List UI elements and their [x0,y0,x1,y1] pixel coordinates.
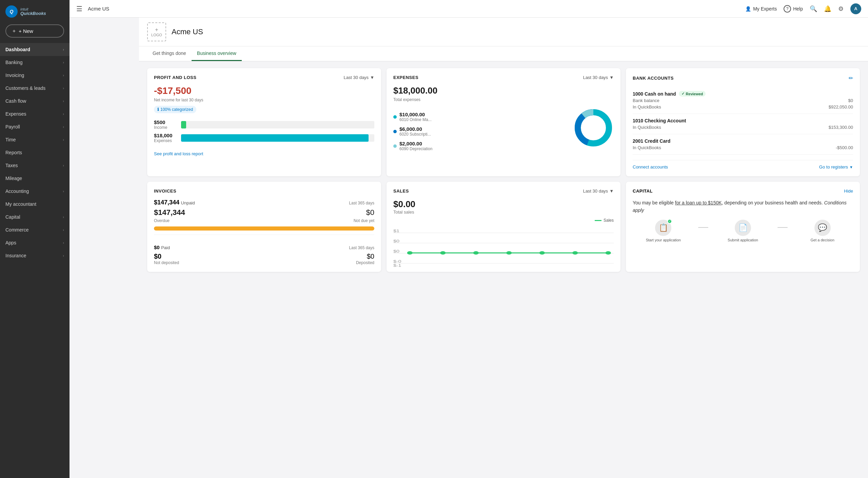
sales-period-selector[interactable]: Last 30 days ▼ [583,188,614,194]
income-bar-row: $500 Income [154,119,374,130]
new-button-label: + New [19,28,33,34]
bank-account-credit: 2001 Credit Card In QuickBooks -$500.00 [633,134,853,155]
bank-account-cash: 1000 Cash on hand ✓ Reviewed Bank balanc… [633,87,853,114]
notifications-icon[interactable]: 🔔 [824,5,831,13]
chevron-down-registers-icon: ▼ [849,165,853,169]
sidebar-item-commerce[interactable]: Commerce › [0,223,70,236]
sidebar-label-reports: Reports [5,150,22,155]
sidebar-item-accounting[interactable]: Accounting › [0,185,70,198]
sidebar-label-cash-flow: Cash flow [5,98,26,104]
help-icon: ? [784,5,791,13]
avatar[interactable]: A [850,3,861,14]
sales-card: SALES Last 30 days ▼ $0.00 Total sales S… [387,182,620,272]
sidebar-label-payroll: Payroll [5,124,20,130]
invoice-paid-row: $0 Paid Last 365 days [154,244,374,251]
invoice-overdue-amounts: $147,344 $0 [154,208,374,217]
expense-category-2: 6020 Subscripti... [399,132,431,137]
sidebar-label-apps: Apps [5,240,16,245]
sidebar-item-taxes[interactable]: Taxes › [0,159,70,172]
expenses-label-pl: Expenses [154,138,178,143]
sidebar-item-customers-leads[interactable]: Customers & leads › [0,82,70,95]
qb-balance-row-credit: In QuickBooks -$500.00 [633,145,853,150]
expenses-card: EXPENSES Last 30 days ▼ $18,000.00 Total… [387,68,620,176]
sidebar-label-time: Time [5,137,16,142]
go-to-registers-link[interactable]: Go to registers ▼ [819,164,853,170]
sales-legend-line [595,220,601,221]
chevron-icon-cash-flow: › [63,99,64,103]
chevron-icon-payroll: › [63,125,64,129]
sidebar-item-apps[interactable]: Apps › [0,236,70,249]
sidebar-item-payroll[interactable]: Payroll › [0,120,70,133]
sidebar-label-dashboard: Dashboard [5,47,30,52]
sidebar-item-dashboard[interactable]: Dashboard › [0,43,70,56]
cards-row-1: PROFIT AND LOSS Last 30 days ▼ -$17,500 … [147,68,860,176]
help-button[interactable]: ? Help [784,5,803,13]
topbar: ☰ Acme US 👤 My Experts ? Help 🔍 🔔 ⚙ A [70,0,868,18]
profit-loss-report-link[interactable]: See profit and loss report [154,151,203,156]
chevron-icon-apps: › [63,241,64,245]
expenses-donut-chart [573,107,614,148]
capital-step-2: 📄 Submit application [712,220,774,242]
sidebar-item-reports[interactable]: Reports [0,146,70,159]
sidebar-label-accounting: Accounting [5,188,29,194]
sales-legend: Sales [393,218,614,223]
quickbooks-logo[interactable]: Q intuit QuickBooks [5,5,46,18]
sidebar-item-mileage[interactable]: Mileage [0,172,70,185]
my-experts-button[interactable]: 👤 My Experts [745,6,777,12]
company-logo-box[interactable]: + LOGO [147,22,166,41]
bank-account-credit-name: 2001 Credit Card [633,138,853,144]
help-label: Help [793,6,803,12]
edit-icon[interactable]: ✏ [849,75,853,81]
search-icon[interactable]: 🔍 [810,5,817,13]
sidebar-item-cash-flow[interactable]: Cash flow › [0,95,70,107]
sidebar-item-invoicing[interactable]: Invoicing › [0,69,70,82]
my-experts-label: My Experts [753,6,777,12]
invoice-deposited-amounts: $0 $0 [154,253,374,260]
registers-label[interactable]: Go to registers [819,164,848,170]
hamburger-icon[interactable]: ☰ [76,5,82,13]
sidebar-item-time[interactable]: Time › [0,133,70,146]
invoice-paid-amount: $0 [154,244,160,250]
expenses-period-selector[interactable]: Last 30 days ▼ [583,75,614,80]
sidebar-item-my-accountant[interactable]: My accountant [0,198,70,211]
expenses-amount-pl: $18,000 [154,133,178,138]
chevron-icon-invoicing: › [63,73,64,77]
sidebar-item-capital[interactable]: Capital › [0,211,70,223]
profit-loss-period-label: Last 30 days [343,75,369,80]
reviewed-label: Reviewed [686,92,703,96]
invoice-not-deposited: $0 [154,253,161,260]
invoice-labels: Overdue Not due yet [154,218,374,223]
svg-point-21 [572,251,578,255]
sales-total: $0.00 [393,199,614,210]
check-icon: ✓ [682,92,685,96]
svg-point-17 [440,251,446,255]
sidebar-item-banking[interactable]: Banking › [0,56,70,69]
sidebar-label-mileage: Mileage [5,176,22,181]
sidebar-label-expenses: Expenses [5,111,26,117]
invoice-paid-section: $0 Paid Last 365 days $0 $0 Not deposite… [154,235,374,265]
qb-logo-icon: Q [5,5,18,18]
expenses-bar-fill [181,134,369,142]
svg-point-18 [473,251,479,255]
capital-header: CAPITAL Hide [633,188,853,194]
bank-account-checking-name: 1010 Checking Account [633,118,853,123]
connect-accounts-link[interactable]: Connect accounts [633,164,668,170]
tab-get-things-done[interactable]: Get things done [147,46,192,61]
categorized-badge: ℹ 100% categorized [154,106,196,113]
step-icon-3: 💬 [814,220,831,236]
capital-steps: 📋 ✓ Start your application 📄 Submit appl… [633,220,853,242]
new-button[interactable]: ＋ + New [5,24,64,38]
capital-hide-button[interactable]: Hide [844,188,853,194]
tab-business-overview[interactable]: Business overview [192,46,242,61]
sidebar-label-capital: Capital [5,214,20,220]
sidebar-item-expenses[interactable]: Expenses › [0,107,70,120]
capital-card: CAPITAL Hide You may be eligible for a l… [626,182,860,272]
settings-icon[interactable]: ⚙ [838,5,844,13]
sidebar-item-insurance[interactable]: Insurance › [0,249,70,262]
sidebar-label-my-accountant: My accountant [5,201,36,207]
qb-balance-credit: -$500.00 [836,145,853,150]
bank-accounts-footer: Connect accounts Go to registers ▼ [633,160,853,170]
profit-loss-period-selector[interactable]: Last 30 days ▼ [343,75,374,80]
expenses-content: $10,000.00 6010 Online Ma... $6,000.00 6… [393,107,614,155]
bank-account-checking-label: 1010 Checking Account [633,118,686,123]
